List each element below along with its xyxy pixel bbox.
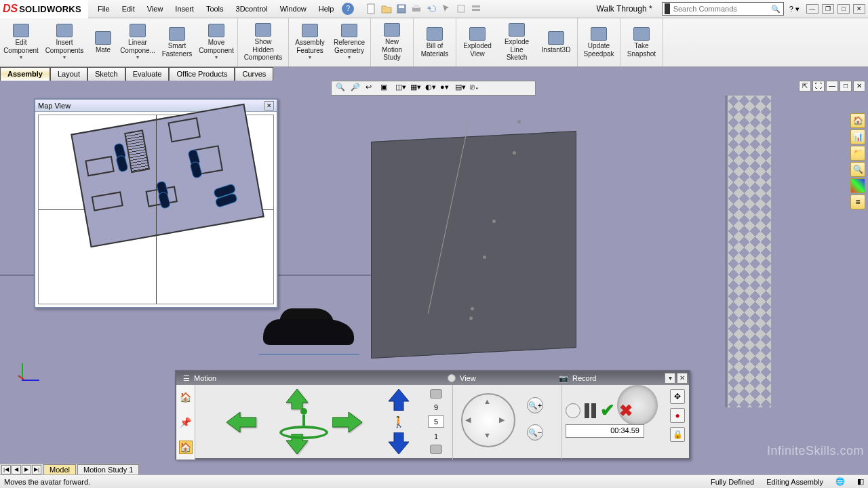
rib-update-speedpak[interactable]: UpdateSpeedpak <box>579 19 618 66</box>
accept-button[interactable]: ✔ <box>600 400 615 421</box>
tab-sketch[interactable]: Sketch <box>87 67 125 81</box>
rib-new-motion-study[interactable]: NewMotionStudy <box>372 19 412 66</box>
undo-icon[interactable] <box>426 3 437 14</box>
tab-prev-icon[interactable]: ◀ <box>12 465 21 474</box>
viewport-link-icon[interactable]: ⇱ <box>799 81 811 92</box>
rib-explode-line-sketch[interactable]: ExplodeLineSketch <box>497 19 536 66</box>
tab-layout[interactable]: Layout <box>50 67 87 81</box>
zoom-fit-icon[interactable]: 🔍 <box>336 83 347 94</box>
zoom-area-icon[interactable]: 🔎 <box>351 83 361 94</box>
look-left-button[interactable]: ◀ <box>465 415 477 428</box>
move-up-button[interactable] <box>387 389 410 411</box>
menu-help[interactable]: Help <box>313 2 340 16</box>
map-view-panel[interactable]: Map View ✕ <box>34 98 278 308</box>
view-palette-tab-icon[interactable]: 🔍 <box>850 162 865 177</box>
maximize-button[interactable]: □ <box>837 4 850 14</box>
graphics-viewport[interactable]: 🔍 🔎 ↩ ▣ ◫▾ ▦▾ ◐▾ ●▾ ▤▾ ⎚▾ ⇱ ⛶ — □ ✕ 🏠 📊 … <box>0 81 868 474</box>
rib-assembly-features[interactable]: AssemblyFeatures <box>290 19 330 66</box>
map-view-canvas[interactable] <box>38 115 274 304</box>
cancel-button[interactable]: ✖ <box>619 401 633 420</box>
custom-props-tab-icon[interactable]: ≡ <box>850 195 865 209</box>
tab-curves[interactable]: Curves <box>235 67 273 81</box>
look-dpad[interactable]: ▲ ▼ ◀ ▶ <box>461 393 515 447</box>
status-unit-icon[interactable]: 🌐 <box>835 477 845 486</box>
rib-move-component[interactable]: MoveComponent <box>197 19 236 66</box>
appearances-tab-icon[interactable] <box>850 178 865 193</box>
rebuild-icon[interactable] <box>456 3 467 14</box>
tab-evaluate[interactable]: Evaluate <box>125 67 170 81</box>
tab-last-icon[interactable]: ▶| <box>32 465 41 474</box>
rib-linear-pattern[interactable]: LinearCompone... <box>118 19 157 66</box>
menu-3dcontrol[interactable]: 3Dcontrol <box>231 2 273 16</box>
new-icon[interactable] <box>366 3 377 14</box>
lower-tab-model[interactable]: Model <box>43 464 76 474</box>
minimize-button[interactable]: — <box>806 4 818 14</box>
prev-view-icon[interactable]: ↩ <box>366 83 376 94</box>
select-icon[interactable] <box>441 3 452 14</box>
rib-reference-geometry[interactable]: ReferenceGeometry <box>330 19 369 66</box>
viewport-min-icon[interactable]: — <box>826 81 838 92</box>
viewport-max-icon[interactable]: □ <box>840 81 852 92</box>
look-right-button[interactable]: ▶ <box>499 415 511 428</box>
apply-scene-icon[interactable]: ▤▾ <box>455 83 466 94</box>
rib-edit-component[interactable]: EditComponent <box>1 19 41 66</box>
zoom-in-button[interactable]: 🔍+ <box>527 397 543 413</box>
resources-tab-icon[interactable]: 🏠 <box>850 113 865 128</box>
move-forward-button[interactable] <box>285 389 309 409</box>
record-start-button[interactable] <box>566 403 580 418</box>
move-down-button[interactable] <box>387 432 410 454</box>
help-dropdown-icon[interactable]: ? ▾ <box>787 5 802 14</box>
menu-tools[interactable]: Tools <box>201 2 229 16</box>
design-library-tab-icon[interactable]: 📊 <box>850 129 865 144</box>
lock-icon[interactable]: 🔒 <box>670 427 685 442</box>
lower-tab-motion-study[interactable]: Motion Study 1 <box>77 464 139 474</box>
home-icon[interactable]: 🏠 <box>179 390 193 404</box>
walkthrough-header[interactable]: ☰ Motion View 📷 Record ▾ ✕ <box>176 371 689 385</box>
menu-edit[interactable]: Edit <box>117 2 140 16</box>
turn-left-button[interactable] <box>226 412 256 432</box>
turn-right-button[interactable] <box>332 412 362 432</box>
restore-button[interactable]: ❐ <box>822 4 834 14</box>
rib-take-snapshot[interactable]: TakeSnapshot <box>622 19 661 66</box>
zoom-out-button[interactable]: 🔍− <box>527 424 543 441</box>
viewport-close-icon[interactable]: ✕ <box>853 81 865 92</box>
target-icon[interactable]: ✥ <box>670 389 685 404</box>
view-orientation-icon[interactable]: ◫▾ <box>395 83 406 94</box>
menu-file[interactable]: File <box>92 2 115 16</box>
walkthrough-control-panel[interactable]: ☰ Motion View 📷 Record ▾ ✕ 🏠 📌 🏠 <box>175 370 690 460</box>
help-icon[interactable]: ? <box>342 3 354 15</box>
speed-input[interactable]: 5 <box>428 415 444 428</box>
options-icon[interactable] <box>471 3 481 14</box>
rib-mate[interactable]: Mate <box>88 19 118 66</box>
tab-office-products[interactable]: Office Products <box>169 67 235 81</box>
display-style-icon[interactable]: ▦▾ <box>410 83 421 94</box>
menu-window[interactable]: Window <box>275 2 312 16</box>
attach-icon[interactable]: 📌 <box>179 415 193 429</box>
file-explorer-tab-icon[interactable]: 📁 <box>850 146 865 161</box>
rib-instant3d[interactable]: Instant3D <box>536 19 576 66</box>
rib-show-hidden[interactable]: ShowHiddenComponents <box>239 19 287 66</box>
status-custom-icon[interactable]: ◧ <box>857 477 864 486</box>
open-icon[interactable] <box>381 3 392 14</box>
print-icon[interactable] <box>411 3 422 14</box>
look-up-button[interactable]: ▲ <box>484 397 496 409</box>
tab-assembly[interactable]: Assembly <box>0 67 50 81</box>
menu-view[interactable]: View <box>142 2 169 16</box>
record-dot-icon[interactable]: ● <box>670 408 685 423</box>
panel-close-icon[interactable]: ✕ <box>677 373 688 384</box>
close-button[interactable]: ✕ <box>853 4 865 14</box>
viewport-full-icon[interactable]: ⛶ <box>812 81 825 92</box>
rib-smart-fasteners[interactable]: SmartFasteners <box>157 19 197 66</box>
tab-first-icon[interactable]: |◀ <box>1 465 11 474</box>
look-down-button[interactable]: ▼ <box>484 431 496 443</box>
rib-bom[interactable]: Bill ofMaterials <box>415 19 454 66</box>
command-search[interactable]: 🔍 <box>662 2 784 16</box>
view-settings-icon[interactable]: ⎚▾ <box>470 83 481 94</box>
panel-min-icon[interactable]: ▾ <box>665 373 675 384</box>
hide-show-icon[interactable]: ◐▾ <box>425 83 436 94</box>
map-view-close-icon[interactable]: ✕ <box>264 101 274 110</box>
rib-exploded-view[interactable]: ExplodedView <box>458 19 497 66</box>
section-view-icon[interactable]: ▣ <box>380 83 391 94</box>
search-magnify-icon[interactable]: 🔍 <box>768 5 783 14</box>
menu-insert[interactable]: Insert <box>170 2 199 16</box>
